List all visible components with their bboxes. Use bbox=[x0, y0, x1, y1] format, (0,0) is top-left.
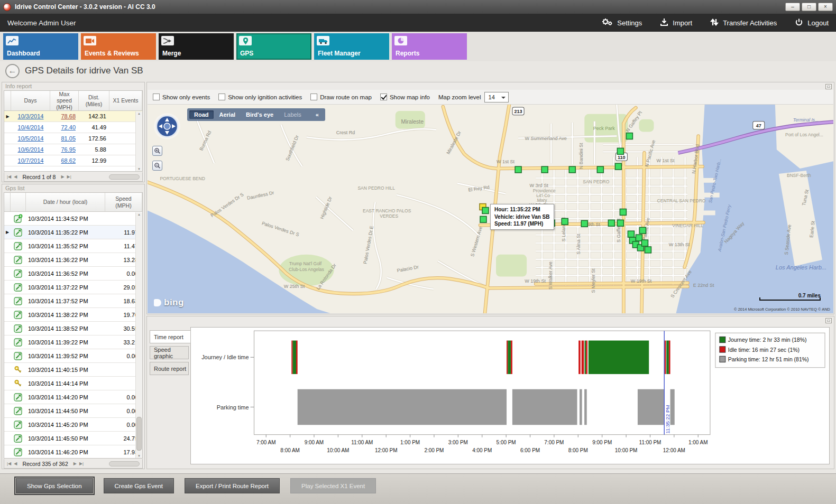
gps-list-row[interactable]: 10/3/2014 11:36:22 PM13.28 bbox=[4, 253, 142, 267]
max-speed-link[interactable]: 81.05 bbox=[61, 135, 76, 142]
checkbox-show-only-ignition-activities[interactable]: Show only ignition activities bbox=[218, 94, 302, 100]
pager-prev-icon[interactable]: ◀ bbox=[14, 461, 17, 466]
max-speed-link[interactable]: 76.95 bbox=[61, 146, 76, 153]
map-zoom-out-button[interactable] bbox=[152, 161, 162, 171]
close-button[interactable]: × bbox=[818, 3, 833, 11]
gps-list-row[interactable]: 10/3/2014 11:39:52 PM0.00 bbox=[4, 349, 142, 363]
info-report-row[interactable]: 10/6/201476.955.88 bbox=[4, 144, 142, 155]
map-style-bird-s-eye-button[interactable]: Bird's eye bbox=[241, 110, 278, 119]
scroll-down-icon[interactable]: ▼ bbox=[136, 167, 142, 171]
map-compass-control[interactable] bbox=[153, 112, 181, 141]
checkbox-draw-route-on-map[interactable]: Draw route on map bbox=[310, 94, 372, 100]
map-zoom-in-button[interactable] bbox=[152, 146, 162, 156]
tab-merge[interactable]: Merge bbox=[159, 33, 234, 60]
tab-fleet-manager[interactable]: Fleet Manager bbox=[314, 33, 389, 60]
pager-next-icon[interactable]: ▶ bbox=[61, 174, 64, 179]
gps-marker[interactable] bbox=[562, 218, 568, 225]
gps-list-row[interactable]: 10/3/2014 11:40:15 PM bbox=[4, 363, 142, 377]
gps-list-row[interactable]: ▶10/3/2014 11:35:22 PM11.97 bbox=[4, 226, 142, 239]
timeline-chart[interactable]: Journey / Idle timeParking time7:00 AM8:… bbox=[191, 328, 829, 464]
gps-list-row[interactable]: 10/3/2014 11:38:52 PM30.55 bbox=[4, 322, 142, 335]
map-style-road-button[interactable]: Road bbox=[189, 110, 214, 119]
gps-col-header[interactable] bbox=[11, 193, 26, 211]
gps-list-row[interactable]: 10/3/2014 11:44:20 PM0.00 bbox=[4, 390, 142, 404]
info-report-row[interactable]: 10/5/201481.05172.56 bbox=[4, 133, 142, 144]
scroll-down-icon[interactable]: ▼ bbox=[136, 454, 142, 458]
gps-list-row[interactable]: 10/3/2014 11:37:52 PM18.63 bbox=[4, 294, 142, 308]
gps-list-row[interactable]: 10/3/2014 11:45:20 PM0.00 bbox=[4, 418, 142, 432]
pager-last-icon[interactable]: ▶| bbox=[79, 461, 84, 466]
gps-marker[interactable] bbox=[639, 227, 646, 234]
max-speed-link[interactable]: 78.68 bbox=[61, 113, 76, 119]
gps-marker[interactable] bbox=[480, 216, 486, 222]
info-col-header[interactable]: Days bbox=[11, 91, 50, 110]
map-panel-expand-icon[interactable] bbox=[825, 84, 832, 89]
tab-reports[interactable]: Reports bbox=[392, 33, 467, 60]
tab-events-reviews[interactable]: Events & Reviews bbox=[81, 33, 156, 60]
info-report-scrollbar[interactable]: ▲ ▼ bbox=[135, 111, 142, 171]
day-link[interactable]: 10/7/2014 bbox=[18, 157, 44, 164]
gps-list-scrollbar[interactable]: ▲ ▼ bbox=[135, 212, 142, 458]
gps-marker[interactable] bbox=[569, 166, 575, 173]
checkbox-icon[interactable] bbox=[153, 94, 160, 100]
day-link[interactable]: 10/5/2014 bbox=[18, 135, 44, 142]
gps-marker[interactable] bbox=[541, 166, 548, 173]
gps-list-scroll-thumb[interactable] bbox=[136, 417, 142, 451]
checkbox-icon[interactable] bbox=[218, 94, 225, 100]
info-report-row[interactable]: 10/7/201468.6212.99 bbox=[4, 155, 142, 166]
pager-first-icon[interactable]: |◀ bbox=[7, 461, 11, 466]
info-report-row[interactable]: ▶10/3/201478.68142.31 bbox=[4, 111, 142, 122]
pager-prev-icon[interactable]: ◀ bbox=[14, 174, 17, 179]
info-report-row[interactable]: 10/4/201472.4041.49 bbox=[4, 122, 142, 133]
checkbox-icon[interactable] bbox=[380, 94, 387, 100]
pager-scrollbar[interactable] bbox=[109, 174, 140, 180]
info-col-header[interactable]: Dist. (Miles) bbox=[79, 91, 109, 110]
gps-marker[interactable] bbox=[626, 133, 632, 139]
gps-list-row[interactable]: 10/3/2014 11:34:52 PM bbox=[4, 212, 142, 226]
topbar-import-button[interactable]: Import bbox=[660, 18, 692, 28]
info-col-header[interactable]: X1 Events bbox=[109, 91, 142, 110]
gps-list-row[interactable]: 10/3/2014 11:44:14 PM bbox=[4, 377, 142, 390]
gps-marker[interactable] bbox=[628, 231, 634, 237]
checkbox-icon[interactable] bbox=[310, 94, 317, 100]
day-link[interactable]: 10/4/2014 bbox=[18, 124, 44, 130]
gps-col-header[interactable]: Speed (MPH) bbox=[105, 193, 142, 211]
checkbox-show-only-events[interactable]: Show only events bbox=[153, 94, 210, 100]
day-link[interactable]: 10/3/2014 bbox=[18, 113, 44, 119]
gps-list-row[interactable]: 10/3/2014 11:35:52 PM11.47 bbox=[4, 239, 142, 253]
minimize-button[interactable]: – bbox=[785, 3, 800, 11]
create-gps-event-button[interactable]: Create Gps Event bbox=[104, 478, 174, 493]
gps-marker[interactable] bbox=[617, 148, 623, 154]
gps-list-row[interactable]: 10/3/2014 11:46:20 PM17.93 bbox=[4, 445, 142, 459]
back-button[interactable]: ← bbox=[5, 64, 20, 78]
chart-tab-route-report[interactable]: Route report bbox=[150, 362, 189, 375]
gps-marker[interactable] bbox=[620, 209, 626, 216]
max-speed-link[interactable]: 72.40 bbox=[61, 124, 76, 130]
gps-marker[interactable] bbox=[597, 166, 603, 173]
gps-list-row[interactable]: 10/3/2014 11:39:22 PM33.21 bbox=[4, 335, 142, 349]
checkbox-show-map-info[interactable]: Show map info bbox=[380, 94, 430, 100]
pager-next-icon[interactable]: ▶ bbox=[74, 461, 77, 466]
topbar-settings-button[interactable]: Settings bbox=[601, 17, 642, 28]
map-style-labels-button[interactable]: Labels bbox=[279, 110, 306, 119]
gps-marker[interactable] bbox=[608, 220, 614, 226]
chart-tab-time-report[interactable]: Time report bbox=[150, 330, 191, 343]
gps-list-row[interactable]: 10/3/2014 11:36:52 PM0.00 bbox=[4, 267, 142, 281]
pager-first-icon[interactable]: |◀ bbox=[7, 174, 11, 179]
gps-marker[interactable] bbox=[615, 163, 621, 170]
gps-marker[interactable] bbox=[636, 235, 642, 241]
scroll-up-icon[interactable]: ▲ bbox=[136, 112, 142, 115]
day-link[interactable]: 10/6/2014 bbox=[18, 146, 44, 153]
scroll-up-icon[interactable]: ▲ bbox=[136, 213, 142, 216]
export-print-route-report-button[interactable]: Export / Print Route Report bbox=[185, 478, 280, 493]
map-zoom-level-select[interactable]: 14 bbox=[484, 92, 509, 102]
map-style-collapse-icon[interactable]: « bbox=[311, 110, 323, 119]
map-style-aerial-button[interactable]: Aerial bbox=[215, 110, 241, 119]
gps-marker[interactable] bbox=[515, 166, 521, 173]
gps-marker[interactable] bbox=[645, 247, 651, 253]
gps-marker[interactable] bbox=[641, 240, 648, 246]
gps-col-header[interactable] bbox=[4, 193, 11, 211]
chart-panel-expand-icon[interactable] bbox=[825, 318, 832, 323]
gps-list-row[interactable]: 10/3/2014 11:44:50 PM0.00 bbox=[4, 404, 142, 418]
gps-selected-marker[interactable] bbox=[482, 208, 489, 214]
